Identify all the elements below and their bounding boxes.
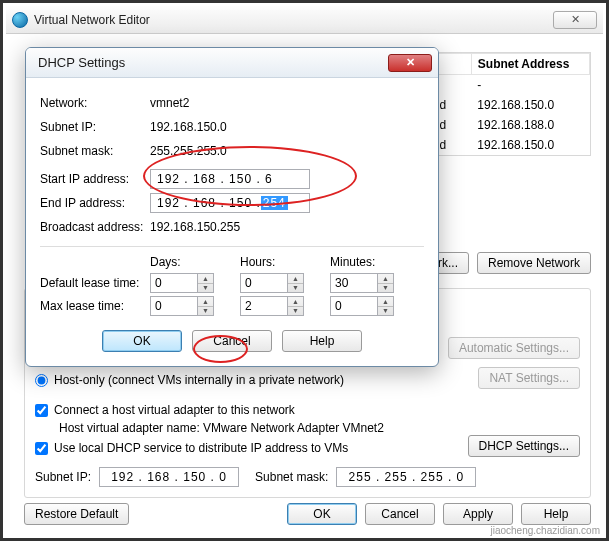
host-only-label: Host-only (connect VMs internally in a p…	[54, 373, 344, 387]
titlebar: Virtual Network Editor ✕	[6, 6, 603, 34]
end-ip-selection: 254	[261, 196, 288, 210]
subnet-ip-field[interactable]: 192 . 168 . 150 . 0	[99, 467, 239, 487]
max-lease-hours[interactable]: ▲▼	[240, 296, 330, 316]
apply-button[interactable]: Apply	[443, 503, 513, 525]
broadcast-value: 192.168.150.255	[150, 220, 424, 234]
subnet-table: P Subnet Address - bled192.168.150.0 ble…	[416, 52, 591, 156]
default-lease-minutes[interactable]: ▲▼	[330, 273, 420, 293]
use-dhcp-label: Use local DHCP service to distribute IP …	[54, 441, 348, 455]
table-row[interactable]: bled192.168.188.0	[418, 115, 590, 135]
nat-settings-button: NAT Settings...	[478, 367, 580, 389]
window-close-button[interactable]: ✕	[553, 11, 597, 29]
spinner-icon[interactable]: ▲▼	[198, 296, 214, 316]
dlg-subnet-mask-label: Subnet mask:	[40, 144, 150, 158]
dlg-subnet-ip-label: Subnet IP:	[40, 120, 150, 134]
adapter-name-label: Host virtual adapter name:	[59, 421, 200, 435]
table-row[interactable]: -	[418, 75, 590, 96]
end-ip-label: End IP address:	[40, 196, 150, 210]
start-ip-label: Start IP address:	[40, 172, 150, 186]
remove-network-button[interactable]: Remove Network	[477, 252, 591, 274]
spinner-icon[interactable]: ▲▼	[288, 296, 304, 316]
dialog-help-button[interactable]: Help	[282, 330, 362, 352]
lease-grid: Days: Hours: Minutes: Default lease time…	[40, 246, 424, 316]
adapter-name: VMware Network Adapter VMnet2	[203, 421, 384, 435]
connect-adapter-input[interactable]	[35, 404, 48, 417]
subnet-ip-label: Subnet IP:	[35, 470, 91, 484]
spinner-icon[interactable]: ▲▼	[198, 273, 214, 293]
window-title: Virtual Network Editor	[34, 13, 553, 27]
dhcp-settings-button[interactable]: DHCP Settings...	[468, 435, 580, 457]
dialog-body: Network:vmnet2 Subnet IP:192.168.150.0 S…	[26, 78, 438, 366]
table-row[interactable]: bled192.168.150.0	[418, 135, 590, 155]
dialog-ok-button[interactable]: OK	[102, 330, 182, 352]
col-subnet-address[interactable]: Subnet Address	[471, 54, 589, 75]
subnet-mask-label: Subnet mask:	[255, 470, 328, 484]
broadcast-label: Broadcast address:	[40, 220, 150, 234]
use-dhcp-input[interactable]	[35, 442, 48, 455]
network-value: vmnet2	[150, 96, 424, 110]
spinner-icon[interactable]: ▲▼	[288, 273, 304, 293]
table-row[interactable]: bled192.168.150.0	[418, 95, 590, 115]
dlg-subnet-mask: 255.255.255.0	[150, 144, 424, 158]
restore-default-button[interactable]: Restore Default	[24, 503, 129, 525]
bottom-button-row: Restore Default OK Cancel Apply Help	[24, 503, 591, 525]
default-lease-hours[interactable]: ▲▼	[240, 273, 330, 293]
dialog-cancel-button[interactable]: Cancel	[192, 330, 272, 352]
ok-button[interactable]: OK	[287, 503, 357, 525]
watermark: jiaocheng.chazidian.com	[488, 525, 602, 536]
default-lease-label: Default lease time:	[40, 276, 150, 290]
start-ip-input[interactable]: 192 . 168 . 150 . 6	[150, 169, 310, 189]
automatic-settings-button: Automatic Settings...	[448, 337, 580, 359]
dialog-titlebar[interactable]: DHCP Settings ✕	[26, 48, 438, 78]
app-icon	[12, 12, 28, 28]
dhcp-settings-dialog: DHCP Settings ✕ Network:vmnet2 Subnet IP…	[25, 47, 439, 367]
cancel-button[interactable]: Cancel	[365, 503, 435, 525]
spinner-icon[interactable]: ▲▼	[378, 273, 394, 293]
spinner-icon[interactable]: ▲▼	[378, 296, 394, 316]
max-lease-days[interactable]: ▲▼	[150, 296, 240, 316]
network-label: Network:	[40, 96, 150, 110]
host-only-radio-input[interactable]	[35, 374, 48, 387]
dialog-title: DHCP Settings	[38, 55, 388, 70]
dlg-subnet-ip: 192.168.150.0	[150, 120, 424, 134]
hours-header: Hours:	[240, 255, 330, 269]
max-lease-minutes[interactable]: ▲▼	[330, 296, 420, 316]
help-button[interactable]: Help	[521, 503, 591, 525]
max-lease-label: Max lease time:	[40, 299, 150, 313]
dialog-button-row: OK Cancel Help	[40, 330, 424, 352]
default-lease-days[interactable]: ▲▼	[150, 273, 240, 293]
dialog-close-button[interactable]: ✕	[388, 54, 432, 72]
days-header: Days:	[150, 255, 240, 269]
end-ip-input[interactable]: 192 . 168 . 150 . 254	[150, 193, 310, 213]
connect-adapter-label: Connect a host virtual adapter to this n…	[54, 403, 295, 417]
minutes-header: Minutes:	[330, 255, 420, 269]
subnet-mask-field[interactable]: 255 . 255 . 255 . 0	[336, 467, 476, 487]
connect-adapter-check[interactable]: Connect a host virtual adapter to this n…	[35, 403, 580, 417]
